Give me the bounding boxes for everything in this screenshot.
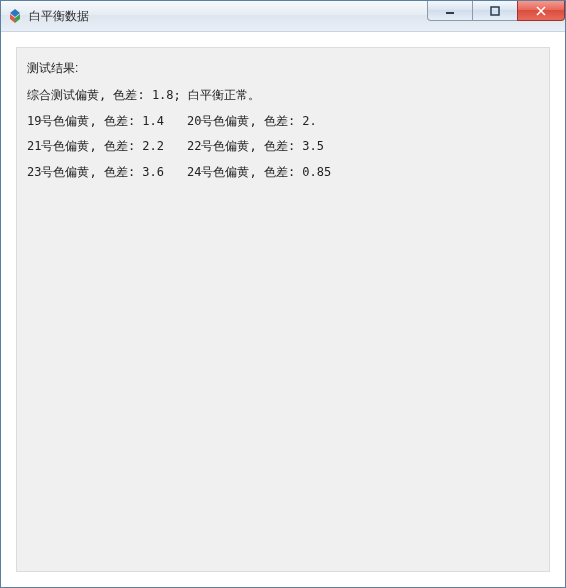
app-window: 白平衡数据 测试结果: 综合测试偏黄, [0, 0, 566, 588]
results-row-1-right: 22号色偏黄, 色差: 3.5 [187, 138, 347, 155]
minimize-button[interactable] [427, 1, 473, 21]
results-row-2-right: 24号色偏黄, 色差: 0.85 [187, 164, 347, 181]
results-row-0-left: 19号色偏黄, 色差: 1.4 [27, 113, 187, 130]
results-row-1-left: 21号色偏黄, 色差: 2.2 [27, 138, 187, 155]
results-row-2-left: 23号色偏黄, 色差: 3.6 [27, 164, 187, 181]
svg-rect-4 [491, 7, 499, 15]
results-row-1: 21号色偏黄, 色差: 2.2 22号色偏黄, 色差: 3.5 [27, 138, 539, 155]
results-row-0-right: 20号色偏黄, 色差: 2. [187, 113, 347, 130]
client-area: 测试结果: 综合测试偏黄, 色差: 1.8; 白平衡正常。 19号色偏黄, 色差… [1, 32, 565, 587]
close-button[interactable] [517, 1, 565, 21]
app-icon [7, 8, 23, 24]
results-row-2: 23号色偏黄, 色差: 3.6 24号色偏黄, 色差: 0.85 [27, 164, 539, 181]
title-bar[interactable]: 白平衡数据 [1, 1, 565, 32]
results-panel: 测试结果: 综合测试偏黄, 色差: 1.8; 白平衡正常。 19号色偏黄, 色差… [16, 47, 550, 572]
window-title: 白平衡数据 [29, 8, 89, 25]
maximize-button[interactable] [472, 1, 518, 21]
results-heading: 测试结果: [27, 60, 539, 77]
window-controls [428, 1, 565, 21]
close-icon [536, 6, 546, 16]
svg-rect-3 [446, 12, 454, 14]
maximize-icon [490, 6, 500, 16]
results-summary: 综合测试偏黄, 色差: 1.8; 白平衡正常。 [27, 87, 539, 104]
minimize-icon [445, 6, 455, 16]
results-row-0: 19号色偏黄, 色差: 1.4 20号色偏黄, 色差: 2. [27, 113, 539, 130]
